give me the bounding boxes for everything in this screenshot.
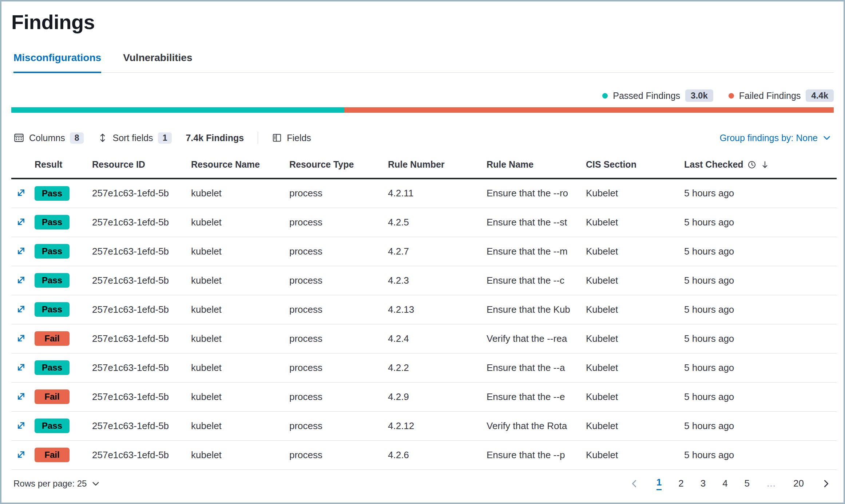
expand-cell [11,382,34,411]
rule-name-cell: Ensure that the --e [486,382,585,411]
last-checked-cell: 5 hours ago [683,411,837,440]
resource-type-cell: process [289,382,387,411]
resource-type-cell: process [289,440,387,469]
rule-name-cell: Ensure that the --m [486,237,585,266]
expand-icon [16,187,27,198]
cis-section-cell: Kubelet [585,179,683,208]
expand-row-button[interactable] [14,215,28,229]
rule-number-cell: 4.2.11 [387,179,486,208]
pagination-pages: 12345…20 [656,477,804,490]
group-by-label: Group findings by: None [719,133,818,143]
fields-button[interactable]: Fields [272,133,311,143]
sort-arrows-icon [98,133,108,143]
cis-section-cell: Kubelet [585,382,683,411]
expand-row-button[interactable] [14,389,28,403]
header-rule-name[interactable]: Rule Name [486,153,585,179]
resource-id-cell: 257e1c63-1efd-5b [91,382,190,411]
distribution-bar-failed[interactable] [344,107,834,113]
result-cell: Pass [34,237,91,266]
pagination-page-5[interactable]: 5 [745,478,750,489]
expand-row-button[interactable] [14,302,28,316]
distribution-bar-passed[interactable] [11,107,344,113]
tab-misconfigurations[interactable]: Misconfigurations [13,52,101,73]
header-resource-type[interactable]: Resource Type [289,153,387,179]
resource-type-cell: process [289,179,387,208]
result-badge: Pass [35,273,70,288]
header-last-checked[interactable]: Last Checked [683,153,837,179]
table-row: Pass 257e1c63-1efd-5b kubelet process 4.… [11,208,837,237]
fields-label: Fields [287,133,311,143]
pagination-next-button[interactable] [821,478,832,489]
result-badge: Pass [35,302,70,317]
pagination-prev-button[interactable] [629,478,640,489]
cis-section-cell: Kubelet [585,208,683,237]
table-row: Pass 257e1c63-1efd-5b kubelet process 4.… [11,411,837,440]
last-checked-cell: 5 hours ago [683,237,837,266]
table-footer: Rows per page: 25 12345…20 [11,470,834,497]
expand-cell [11,324,34,353]
expand-row-button[interactable] [14,448,28,461]
tab-vulnerabilities[interactable]: Vulnerabilities [123,52,192,72]
pagination-page-2[interactable]: 2 [678,478,683,489]
rule-number-cell: 4.2.4 [387,324,486,353]
pagination-page-3[interactable]: 3 [701,478,706,489]
pagination-page-4[interactable]: 4 [722,478,727,489]
legend-failed: Failed Findings 4.4k [729,89,834,102]
expand-cell [11,266,34,295]
result-cell: Pass [34,295,91,324]
rule-name-cell: Ensure that the --a [486,353,585,382]
result-badge: Pass [35,419,70,433]
cis-section-cell: Kubelet [585,237,683,266]
group-findings-by-button[interactable]: Group findings by: None [719,133,832,143]
sort-fields-label: Sort fields [112,133,153,143]
header-result[interactable]: Result [34,153,91,179]
columns-label: Columns [29,133,65,143]
resource-name-cell: kubelet [190,440,289,469]
pagination-page-1[interactable]: 1 [656,477,662,490]
header-resource-id[interactable]: Resource ID [91,153,190,179]
columns-button[interactable]: Columns 8 [13,132,84,144]
last-checked-cell: 5 hours ago [683,382,837,411]
expand-row-button[interactable] [14,331,28,345]
grid-toolbar: Columns 8 Sort fields 1 7.4k Findings [11,132,834,144]
last-checked-cell: 5 hours ago [683,179,837,208]
fields-panel-icon [272,133,282,143]
expand-row-button[interactable] [14,244,28,258]
page-title: Findings [11,10,834,34]
resource-id-cell: 257e1c63-1efd-5b [91,440,190,469]
expand-row-button[interactable] [14,273,28,287]
header-rule-number[interactable]: Rule Number [387,153,486,179]
header-resource-name[interactable]: Resource Name [190,153,289,179]
sort-desc-arrow-icon [760,160,770,169]
resource-id-cell: 257e1c63-1efd-5b [91,353,190,382]
rows-per-page-button[interactable]: Rows per page: 25 [13,479,100,489]
result-badge: Fail [35,448,70,462]
expand-row-button[interactable] [14,360,28,374]
resource-id-cell: 257e1c63-1efd-5b [91,324,190,353]
expand-icon [16,333,27,344]
expand-cell [11,208,34,237]
rule-number-cell: 4.2.9 [387,382,486,411]
pagination: 12345…20 [629,477,832,490]
tab-bar: Misconfigurations Vulnerabilities [11,52,834,73]
resource-id-cell: 257e1c63-1efd-5b [91,208,190,237]
table-row: Pass 257e1c63-1efd-5b kubelet process 4.… [11,237,837,266]
rule-number-cell: 4.2.5 [387,208,486,237]
findings-table: Result Resource ID Resource Name Resourc… [11,153,837,470]
resource-type-cell: process [289,324,387,353]
resource-id-cell: 257e1c63-1efd-5b [91,179,190,208]
findings-page: Findings Misconfigurations Vulnerabiliti… [1,1,844,503]
chevron-right-icon [821,478,832,489]
resource-id-cell: 257e1c63-1efd-5b [91,295,190,324]
resource-name-cell: kubelet [190,208,289,237]
header-cis-section[interactable]: CIS Section [585,153,683,179]
sort-fields-button[interactable]: Sort fields 1 [98,132,172,144]
expand-row-button[interactable] [14,419,28,432]
expand-row-button[interactable] [14,186,28,200]
toolbar-left: Columns 8 Sort fields 1 7.4k Findings [13,132,311,144]
last-checked-cell: 5 hours ago [683,266,837,295]
rule-number-cell: 4.2.7 [387,237,486,266]
cis-section-cell: Kubelet [585,295,683,324]
pagination-page-20[interactable]: 20 [793,478,804,489]
findings-table-body: Pass 257e1c63-1efd-5b kubelet process 4.… [11,179,837,469]
